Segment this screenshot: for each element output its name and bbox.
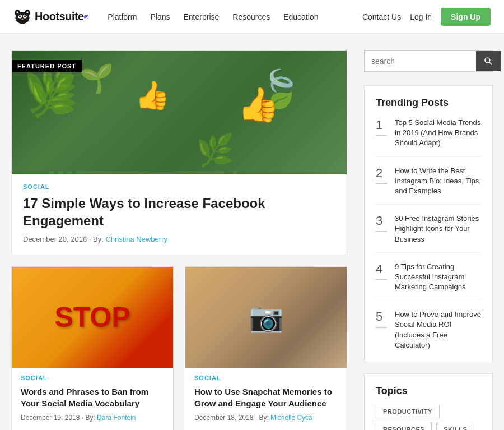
trending-divider-1 bbox=[376, 135, 387, 136]
trending-text-2: How to Write the Best Instagram Bio: Ide… bbox=[395, 166, 481, 197]
topics-title: Topics bbox=[376, 385, 481, 397]
trending-item-5: 5 How to Prove and Improve Social Media … bbox=[376, 309, 481, 350]
trending-text-5: How to Prove and Improve Social Media RO… bbox=[395, 309, 481, 350]
trending-divider-5 bbox=[376, 327, 387, 328]
post-author-1[interactable]: Dara Fontein bbox=[97, 414, 136, 422]
featured-title: 17 Simple Ways to Increase Facebook Enga… bbox=[23, 195, 335, 229]
svg-point-10 bbox=[485, 58, 490, 63]
trending-num-2: 2 bbox=[376, 166, 386, 181]
post-card-body-2: SOCIAL How to Use Snapchat Memories to G… bbox=[185, 368, 347, 430]
post-by-2: · By: bbox=[255, 414, 270, 422]
trending-divider-2 bbox=[376, 183, 387, 184]
featured-date: December 20, 2018 bbox=[23, 235, 87, 243]
svg-point-8 bbox=[16, 11, 18, 13]
photos-decoration: 📷 bbox=[249, 301, 283, 334]
owl-icon bbox=[13, 8, 31, 26]
trending-title: Trending Posts bbox=[376, 97, 481, 109]
trending-divider-4 bbox=[376, 279, 387, 280]
featured-meta: December 20, 2018 · By: Christina Newber… bbox=[23, 235, 335, 243]
nav-platform[interactable]: Platform bbox=[102, 10, 142, 24]
sidebar: Trending Posts 1 Top 5 Social Media Tren… bbox=[364, 50, 493, 430]
post-date-1: December 19, 2018 bbox=[21, 414, 80, 422]
svg-line-11 bbox=[489, 62, 492, 64]
trending-num-4: 4 bbox=[376, 262, 386, 276]
nav-right: Contact Us Log In Sign Up bbox=[362, 8, 491, 26]
post-meta-2: December 18, 2018 · By: Michelle Cyca bbox=[194, 414, 338, 422]
post-author-2[interactable]: Michelle Cyca bbox=[270, 414, 312, 422]
topics-section: Topics PRODUCTIVITY RESOURCES SKILLS SOC… bbox=[364, 373, 493, 430]
tag-resources[interactable]: RESOURCES bbox=[376, 423, 432, 430]
post-card-body-1: SOCIAL Words and Phrases to Ban from You… bbox=[12, 368, 173, 430]
post-by-1: · By: bbox=[82, 414, 97, 422]
post-meta-1: December 19, 2018 · By: Dara Fontein bbox=[21, 414, 164, 422]
featured-label: FEATURED POST bbox=[12, 60, 82, 72]
big-leaf-decoration: 🍃 bbox=[256, 68, 302, 110]
trending-section: Trending Posts 1 Top 5 Social Media Tren… bbox=[364, 85, 493, 362]
nav-plans[interactable]: Plans bbox=[144, 10, 175, 24]
trending-num-3: 3 bbox=[376, 214, 386, 228]
post-title-1: Words and Phrases to Ban from Your Socia… bbox=[21, 386, 164, 409]
brand-name: Hootsuite bbox=[35, 10, 84, 23]
featured-image-wrap: 🌿 🌱 🍃 🌿 👍 FEATURED POST bbox=[12, 51, 347, 174]
stop-text: STOP bbox=[54, 301, 130, 334]
search-button[interactable] bbox=[476, 51, 501, 71]
post-category-2: SOCIAL bbox=[194, 374, 338, 381]
trending-item-3: 3 30 Free Instagram Stories Highlight Ic… bbox=[376, 214, 481, 253]
tag-skills[interactable]: SKILLS bbox=[436, 423, 474, 430]
thumbs-up-decoration: 👍 bbox=[135, 79, 170, 112]
search-input[interactable] bbox=[365, 51, 476, 71]
trending-num-wrap-3: 3 bbox=[376, 214, 388, 232]
trending-num-wrap-1: 1 bbox=[376, 118, 388, 136]
post-card-2: 📷 SOCIAL How to Use Snapchat Memories to… bbox=[185, 266, 347, 430]
plant-decoration: 🌿 bbox=[29, 73, 77, 119]
post-card-image-2: 📷 bbox=[185, 267, 347, 368]
trending-divider-3 bbox=[376, 231, 387, 232]
navbar: Hootsuite ® Platform Plans Enterprise Re… bbox=[0, 0, 504, 34]
nav-education[interactable]: Education bbox=[278, 10, 324, 24]
page-content: 🌿 🌱 🍃 🌿 👍 FEATURED POST SOCIAL 17 Simple… bbox=[0, 34, 504, 430]
trending-num-wrap-5: 5 bbox=[376, 309, 388, 327]
featured-category: SOCIAL bbox=[23, 183, 335, 190]
post-card-image-1: STOP bbox=[12, 267, 173, 368]
brand-sup: ® bbox=[84, 13, 89, 20]
trending-num-wrap-2: 2 bbox=[376, 166, 388, 184]
featured-by: · By: bbox=[89, 235, 106, 243]
topics-tags: PRODUCTIVITY RESOURCES SKILLS SOCIAL SOC… bbox=[376, 405, 481, 430]
tag-productivity[interactable]: PRODUCTIVITY bbox=[376, 405, 440, 418]
featured-content: SOCIAL 17 Simple Ways to Increase Facebo… bbox=[12, 174, 347, 255]
trending-num-wrap-4: 4 bbox=[376, 262, 388, 280]
trending-num-1: 1 bbox=[376, 118, 386, 132]
trending-text-4: 9 Tips for Creating Successful Instagram… bbox=[395, 262, 481, 293]
svg-point-3 bbox=[19, 15, 21, 17]
nav-links: Platform Plans Enterprise Resources Educ… bbox=[102, 10, 362, 24]
trending-item-2: 2 How to Write the Best Instagram Bio: I… bbox=[376, 166, 481, 205]
brand-logo[interactable]: Hootsuite ® bbox=[13, 8, 88, 26]
main-column: 🌿 🌱 🍃 🌿 👍 FEATURED POST SOCIAL 17 Simple… bbox=[11, 50, 347, 430]
post-card-1: STOP SOCIAL Words and Phrases to Ban fro… bbox=[11, 266, 174, 430]
svg-point-9 bbox=[26, 11, 29, 13]
trending-num-5: 5 bbox=[376, 309, 386, 324]
search-icon bbox=[484, 57, 493, 66]
svg-point-4 bbox=[24, 15, 26, 17]
trending-item-4: 4 9 Tips for Creating Successful Instagr… bbox=[376, 262, 481, 301]
posts-grid: STOP SOCIAL Words and Phrases to Ban fro… bbox=[11, 266, 347, 430]
featured-post: 🌿 🌱 🍃 🌿 👍 FEATURED POST SOCIAL 17 Simple… bbox=[11, 50, 347, 255]
post-title-2: How to Use Snapchat Memories to Grow and… bbox=[194, 386, 338, 409]
trending-item-1: 1 Top 5 Social Media Trends in 2019 (And… bbox=[376, 118, 481, 157]
post-date-2: December 18, 2018 bbox=[194, 414, 253, 422]
signup-button[interactable]: Sign Up bbox=[441, 8, 491, 26]
featured-author[interactable]: Christina Newberry bbox=[105, 235, 167, 243]
nav-resources[interactable]: Resources bbox=[227, 10, 276, 24]
leaf-decoration: 🌱 bbox=[79, 62, 114, 95]
trending-text-1: Top 5 Social Media Trends in 2019 (And H… bbox=[395, 118, 481, 149]
search-box bbox=[364, 50, 493, 72]
login-link[interactable]: Log In bbox=[410, 12, 432, 21]
contact-link[interactable]: Contact Us bbox=[362, 12, 401, 21]
leaf2-decoration: 🌿 bbox=[196, 132, 235, 169]
nav-enterprise[interactable]: Enterprise bbox=[178, 10, 225, 24]
trending-text-3: 30 Free Instagram Stories Highlight Icon… bbox=[395, 214, 481, 244]
post-category-1: SOCIAL bbox=[21, 374, 164, 381]
